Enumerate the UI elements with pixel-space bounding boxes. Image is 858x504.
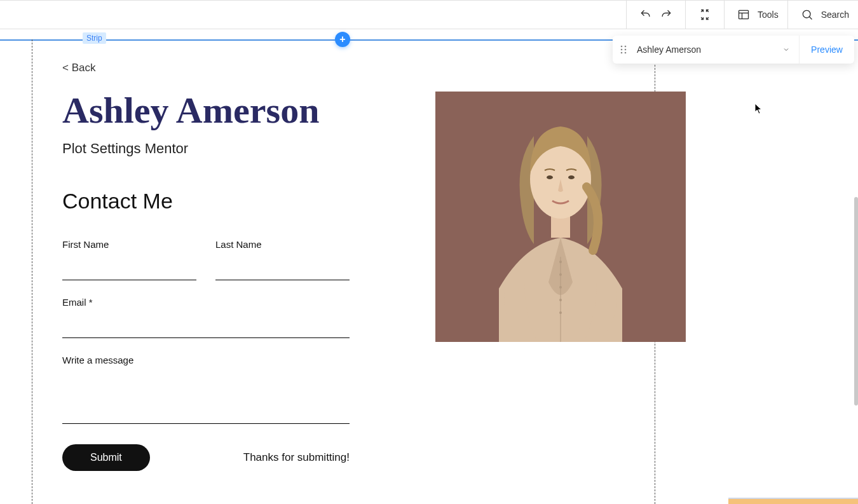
page-select[interactable]: Ashley Amerson [634, 36, 800, 64]
drag-handle-icon[interactable] [613, 45, 634, 54]
last-name-field: Last Name [215, 239, 350, 280]
scrollbar[interactable] [854, 197, 858, 405]
first-name-input[interactable] [62, 264, 196, 280]
page-panel: Ashley Amerson Preview [613, 36, 854, 64]
page-name: Ashley Amerson [637, 44, 701, 55]
collapse-icon[interactable] [695, 4, 715, 25]
thanks-message: Thanks for submitting! [243, 451, 350, 464]
first-name-label: First Name [62, 239, 196, 250]
back-link[interactable]: < Back [62, 62, 95, 74]
svg-point-8 [625, 49, 627, 51]
svg-line-4 [809, 17, 812, 19]
svg-point-10 [625, 52, 627, 54]
profile-image [435, 92, 686, 342]
svg-point-9 [621, 52, 623, 54]
svg-point-3 [803, 10, 810, 18]
svg-point-7 [621, 49, 623, 51]
search-icon[interactable] [797, 4, 817, 25]
preview-button[interactable]: Preview [800, 36, 854, 64]
message-label: Write a message [62, 355, 350, 365]
svg-point-18 [559, 311, 562, 314]
bottom-decoration [728, 498, 858, 504]
svg-point-5 [621, 46, 623, 48]
search-label[interactable]: Search [821, 10, 849, 20]
page-content: < Back Ashley Amerson Plot Settings Ment… [0, 39, 858, 471]
svg-point-6 [625, 46, 627, 48]
redo-button[interactable] [656, 4, 676, 25]
svg-point-15 [559, 273, 562, 276]
email-field-wrapper: Email * [62, 297, 350, 338]
email-label: Email * [62, 297, 350, 308]
chevron-down-icon [782, 46, 790, 53]
svg-point-14 [559, 261, 562, 263]
svg-point-17 [559, 299, 562, 301]
undo-button[interactable] [636, 4, 656, 25]
svg-point-16 [559, 286, 562, 289]
svg-point-20 [547, 175, 553, 179]
first-name-field: First Name [62, 239, 196, 280]
editor-canvas: Strip + Ashley Amerson Preview < Back As… [0, 39, 858, 504]
last-name-label: Last Name [215, 239, 350, 250]
top-toolbar: Tools Search [626, 0, 858, 29]
svg-point-21 [568, 175, 575, 179]
layout-icon[interactable] [733, 4, 754, 25]
email-input[interactable] [62, 322, 350, 338]
svg-rect-0 [739, 10, 748, 18]
tools-label[interactable]: Tools [758, 10, 779, 20]
message-field-wrapper: Write a message [62, 355, 350, 424]
submit-button[interactable]: Submit [62, 444, 150, 471]
last-name-input[interactable] [215, 264, 350, 280]
message-input[interactable] [62, 379, 350, 424]
